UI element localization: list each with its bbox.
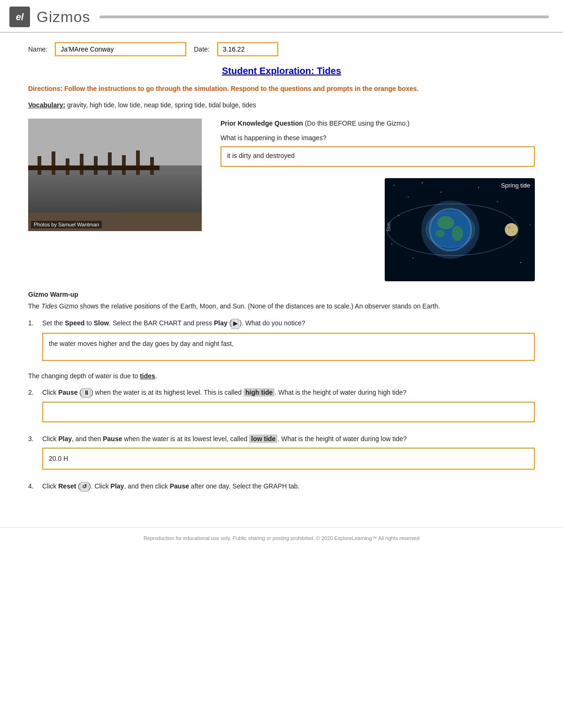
svg-point-17 <box>127 189 164 198</box>
svg-point-33 <box>520 262 521 263</box>
vocabulary: Vocabulary: gravity, high tide, low tide… <box>28 100 535 110</box>
q1-answer-box: the water moves higher and the day goes … <box>42 333 535 361</box>
svg-point-28 <box>478 187 479 188</box>
main-content: Name: Date: Student Exploration: Tides D… <box>0 33 563 513</box>
footer: Reproduction for educational use only. P… <box>0 527 563 547</box>
name-input[interactable] <box>55 42 186 56</box>
q1-content: Set the Speed to Slow. Select the BAR CH… <box>42 318 535 364</box>
svg-line-22 <box>28 204 202 205</box>
tides-simulation-svg: Sun <box>385 178 535 281</box>
svg-rect-18 <box>129 189 162 194</box>
questions-section: 1. Set the Speed to Slow. Select the BAR… <box>28 318 535 491</box>
question-2: 2. Click Pause (⏸) when the water is at … <box>28 387 535 426</box>
tides-term: tides <box>140 372 155 380</box>
date-input[interactable] <box>217 42 278 56</box>
q4-number: 4. <box>28 481 38 492</box>
prior-knowledge-label: Prior Knowledge Question <box>221 120 303 127</box>
warmup-desc-post: Gizmo shows the relative positions of th… <box>57 302 440 310</box>
logo-icon: el <box>9 7 30 27</box>
header: el Gizmos <box>0 0 563 33</box>
svg-rect-15 <box>56 186 94 191</box>
gizmo-simulation-image: Spring tide <box>385 178 535 281</box>
tides-sentence: The changing depth of water is due to ti… <box>28 372 535 380</box>
svg-rect-16 <box>70 175 72 189</box>
q2-text: Click Pause (⏸) when the water is at its… <box>42 389 406 396</box>
harbor-svg <box>28 119 202 231</box>
svg-rect-19 <box>143 179 145 192</box>
date-label: Date: <box>194 45 209 53</box>
warmup-text: The Tides Gizmo shows the relative posit… <box>28 301 535 311</box>
svg-point-34 <box>530 225 531 225</box>
svg-point-29 <box>497 201 498 202</box>
svg-point-25 <box>408 196 409 197</box>
app-name: Gizmos <box>37 8 90 26</box>
q3-content: Click Play, and then Pause when the wate… <box>42 434 535 473</box>
q3-number: 3. <box>28 434 38 473</box>
high-tide-term: high tide <box>243 388 274 397</box>
svg-point-32 <box>412 257 413 258</box>
vocab-label: Vocabulary: <box>28 101 65 109</box>
prior-question: What is happening in these images? <box>221 134 535 142</box>
svg-rect-13 <box>28 175 160 179</box>
photo-caption: Photos by Samuel Wantman <box>31 221 102 228</box>
vocab-terms: gravity, high tide, low tide, neap tide,… <box>67 101 256 109</box>
q3-answer-box: 20.0 H <box>42 448 535 469</box>
name-date-row: Name: Date: <box>28 42 535 56</box>
svg-point-27 <box>441 192 441 193</box>
svg-text:Sun: Sun <box>386 222 391 232</box>
warmup-title: Gizmo Warm-up <box>28 291 535 298</box>
svg-point-46 <box>508 226 510 229</box>
prior-knowledge-note: (Do this BEFORE using the Gizmo.) <box>305 120 410 127</box>
svg-point-44 <box>426 212 475 248</box>
question-3: 3. Click Play, and then Pause when the w… <box>28 434 535 473</box>
question-1: 1. Set the Speed to Slow. Select the BAR… <box>28 318 535 364</box>
svg-point-35 <box>391 243 392 244</box>
q2-number: 2. <box>28 387 38 426</box>
prior-answer-box: it is dirty and destroyed <box>221 146 535 167</box>
page-title: Student Exploration: Tides <box>28 66 535 76</box>
q4-text: Click Reset (↺). Click Play, and then cl… <box>42 482 300 490</box>
question-4: 4. Click Reset (↺). Click Play, and then… <box>28 481 535 492</box>
q4-content: Click Reset (↺). Click Play, and then cl… <box>42 481 535 492</box>
svg-point-14 <box>52 186 99 197</box>
left-column: Photos by Samuel Wantman <box>28 119 206 281</box>
q2-content: Click Pause (⏸) when the water is at its… <box>42 387 535 426</box>
header-divider <box>99 15 549 18</box>
directions: Directions: Follow the instructions to g… <box>28 84 535 94</box>
svg-point-24 <box>394 185 395 186</box>
q2-answer-box <box>42 402 535 422</box>
svg-line-21 <box>28 201 202 202</box>
photo-background <box>28 119 202 231</box>
q1-text: Set the Speed to Slow. Select the BAR CH… <box>42 319 305 327</box>
gizmo-image-label: Spring tide <box>501 182 530 189</box>
q1-number: 1. <box>28 318 38 364</box>
prior-knowledge-heading: Prior Knowledge Question (Do this BEFORE… <box>221 119 535 128</box>
warmup-desc-italic: Tides <box>41 302 57 310</box>
right-column: Prior Knowledge Question (Do this BEFORE… <box>221 119 535 281</box>
warmup-desc-pre: The <box>28 302 41 310</box>
svg-rect-12 <box>28 165 160 170</box>
q3-text: Click Play, and then Pause when the wate… <box>42 435 407 443</box>
two-col-section: Photos by Samuel Wantman Prior Knowledge… <box>28 119 535 281</box>
name-label: Name: <box>28 45 47 53</box>
low-tide-term: low tide <box>249 435 277 443</box>
harbor-photo: Photos by Samuel Wantman <box>28 119 202 231</box>
svg-point-26 <box>422 182 423 183</box>
svg-point-45 <box>505 223 518 236</box>
svg-point-47 <box>512 231 514 233</box>
